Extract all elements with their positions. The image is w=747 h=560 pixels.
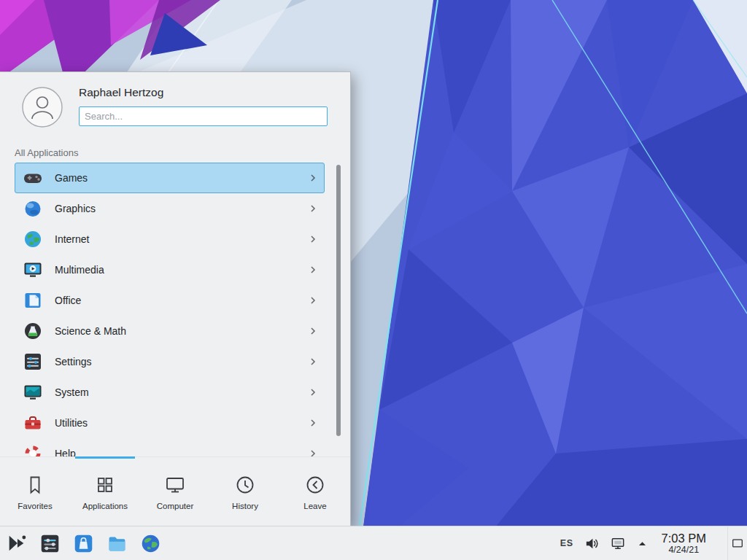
category-row-office[interactable]: Office bbox=[15, 285, 325, 316]
leave-icon bbox=[303, 473, 327, 497]
application-launcher-popup: Raphael Hertzog All Applications Games G… bbox=[0, 71, 351, 526]
scrollbar-thumb[interactable] bbox=[336, 165, 341, 436]
search-input[interactable] bbox=[79, 106, 328, 126]
category-label: Utilities bbox=[55, 417, 88, 429]
category-label: System bbox=[55, 386, 89, 398]
pinned-app-discover[interactable] bbox=[73, 533, 94, 554]
internet-icon bbox=[23, 229, 43, 249]
system-icon bbox=[23, 382, 43, 402]
tab-applications[interactable]: Applications bbox=[70, 457, 140, 526]
pinned-app-file-manager[interactable] bbox=[107, 533, 128, 554]
category-row-science[interactable]: Science & Math bbox=[15, 316, 325, 346]
chevron-right-icon bbox=[308, 387, 318, 397]
category-row-utilities[interactable]: Utilities bbox=[15, 408, 325, 438]
bookmark-icon bbox=[23, 473, 47, 497]
desktop: Raphael Hertzog All Applications Games G… bbox=[0, 0, 747, 560]
chevron-right-icon bbox=[308, 326, 318, 336]
digital-clock[interactable]: 7:03 PM 4/24/21 bbox=[662, 532, 706, 555]
office-icon bbox=[23, 290, 43, 311]
chevron-right-icon bbox=[308, 295, 318, 306]
section-label: All Applications bbox=[15, 147, 78, 158]
pinned-app-system-settings[interactable] bbox=[39, 533, 61, 554]
category-list: Games Graphics Internet Multimedia O bbox=[15, 163, 325, 458]
utilities-icon bbox=[23, 413, 43, 433]
category-label: Settings bbox=[55, 356, 92, 368]
category-label: Science & Math bbox=[55, 325, 126, 337]
system-tray: ES 7:03 PM 4/24/21 bbox=[560, 526, 747, 560]
tab-label: History bbox=[232, 502, 258, 510]
monitor-icon bbox=[163, 473, 187, 497]
tab-label: Computer bbox=[157, 502, 194, 510]
show-desktop-button[interactable] bbox=[727, 526, 747, 560]
launcher-tab-bar: Favorites Applications Computer History … bbox=[0, 456, 350, 526]
category-row-games[interactable]: Games bbox=[15, 163, 325, 193]
launcher-header: Raphael Hertzog bbox=[0, 72, 350, 148]
expand-arrow-icon[interactable] bbox=[637, 538, 648, 549]
show-desktop-icon bbox=[731, 537, 744, 550]
network-icon[interactable] bbox=[611, 536, 626, 551]
application-launcher-button[interactable] bbox=[3, 529, 31, 557]
tab-label: Applications bbox=[82, 502, 128, 510]
pinned-app-icons bbox=[39, 533, 161, 554]
category-row-help[interactable]: Help bbox=[15, 438, 325, 458]
chevron-right-icon bbox=[308, 418, 318, 428]
chevron-right-icon bbox=[308, 265, 318, 275]
tab-history[interactable]: History bbox=[210, 457, 280, 526]
search-field-wrap bbox=[79, 106, 328, 126]
clock-time: 7:03 PM bbox=[662, 532, 706, 545]
user-name: Raphael Hertzog bbox=[79, 86, 163, 99]
pinned-app-web-browser[interactable] bbox=[140, 533, 161, 554]
category-row-graphics[interactable]: Graphics bbox=[15, 193, 325, 224]
tab-computer[interactable]: Computer bbox=[140, 457, 210, 526]
chevron-right-icon bbox=[308, 173, 318, 183]
help-icon bbox=[23, 443, 43, 458]
category-row-system[interactable]: System bbox=[15, 377, 325, 408]
tab-label: Favorites bbox=[18, 502, 52, 510]
category-row-internet[interactable]: Internet bbox=[15, 224, 325, 254]
category-label: Multimedia bbox=[55, 264, 104, 276]
settings-icon bbox=[23, 351, 43, 372]
taskbar-panel: ES 7:03 PM 4/24/21 bbox=[0, 526, 747, 560]
category-label: Internet bbox=[55, 233, 89, 245]
chevron-right-icon bbox=[308, 203, 318, 214]
category-label: Games bbox=[55, 172, 88, 184]
category-label: Graphics bbox=[55, 203, 96, 214]
tab-leave[interactable]: Leave bbox=[280, 457, 350, 526]
tray-icons-slot bbox=[584, 536, 648, 551]
category-row-settings[interactable]: Settings bbox=[15, 346, 325, 377]
chevron-right-icon bbox=[308, 357, 318, 367]
multimedia-icon bbox=[23, 260, 43, 280]
kde-kickoff-icon bbox=[6, 532, 28, 554]
grid-icon bbox=[93, 473, 117, 497]
clock-date: 4/24/21 bbox=[662, 545, 706, 555]
category-row-multimedia[interactable]: Multimedia bbox=[15, 254, 325, 285]
category-label: Office bbox=[55, 295, 81, 306]
tab-favorites[interactable]: Favorites bbox=[0, 457, 70, 526]
graphics-icon bbox=[23, 198, 43, 219]
chevron-right-icon bbox=[308, 234, 318, 244]
games-icon bbox=[23, 168, 43, 188]
user-avatar[interactable] bbox=[22, 87, 63, 128]
science-icon bbox=[23, 321, 43, 341]
clock-icon bbox=[233, 473, 257, 497]
keyboard-layout-indicator[interactable]: ES bbox=[560, 538, 573, 548]
tab-label: Leave bbox=[303, 502, 326, 510]
volume-icon[interactable] bbox=[584, 536, 600, 551]
